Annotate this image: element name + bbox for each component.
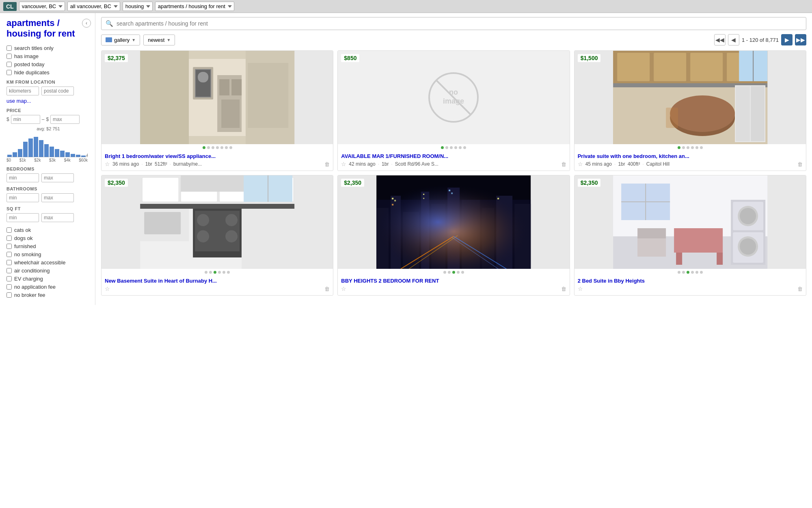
svg-rect-14 bbox=[81, 156, 86, 157]
dot-nav bbox=[102, 144, 333, 151]
sqft-min-input[interactable] bbox=[6, 213, 39, 222]
dogs-checkbox[interactable] bbox=[6, 236, 12, 241]
gallery-dropdown-icon: ▼ bbox=[132, 38, 136, 42]
prev-page-button[interactable]: ◀ bbox=[728, 34, 739, 45]
listing-card[interactable]: $2,375 Bright 1 bedroom/water view/SS ap… bbox=[101, 50, 333, 171]
ac-checkbox[interactable] bbox=[6, 268, 12, 273]
no-smoking-checkbox[interactable] bbox=[6, 252, 12, 257]
area-select[interactable]: all vancouver, BC bbox=[67, 2, 120, 11]
wheelchair-label[interactable]: wheelchair accessible bbox=[14, 259, 65, 266]
cats-label[interactable]: cats ok bbox=[14, 227, 31, 233]
listing-card[interactable]: no image $850 AVAILABLE bbox=[337, 50, 570, 171]
card-title[interactable]: BBY HEIGHTS 2 BEDROOM FOR RENT bbox=[341, 278, 566, 284]
no-app-fee-label[interactable]: no application fee bbox=[14, 284, 56, 290]
listings-grid: $2,375 Bright 1 bedroom/water view/SS ap… bbox=[101, 50, 806, 296]
delete-icon[interactable]: 🗑 bbox=[324, 161, 330, 167]
svg-rect-5 bbox=[34, 137, 38, 157]
ev-checkbox[interactable] bbox=[6, 276, 12, 281]
collapse-button[interactable]: ‹ bbox=[82, 19, 91, 28]
card-title[interactable]: New Basement Suite in Heart of Burnaby H… bbox=[105, 278, 330, 284]
delete-icon[interactable]: 🗑 bbox=[561, 161, 566, 167]
favorite-icon[interactable]: ☆ bbox=[578, 161, 583, 167]
svg-rect-68 bbox=[144, 212, 181, 234]
svg-rect-40 bbox=[690, 53, 723, 81]
posted-today-checkbox[interactable] bbox=[6, 62, 12, 67]
listing-card[interactable]: $2,350 2 Bed Suite in Bby Heights ☆ 🗑 bbox=[574, 175, 806, 296]
has-image-label[interactable]: has image bbox=[14, 53, 39, 59]
furnished-checkbox[interactable] bbox=[6, 244, 12, 249]
favorite-icon[interactable]: ☆ bbox=[105, 285, 110, 292]
card-price: $2,350 bbox=[578, 179, 601, 187]
search-titles-checkbox[interactable] bbox=[6, 45, 12, 51]
posted-today-label[interactable]: posted today bbox=[14, 61, 44, 67]
subcategory-select[interactable]: apartments / housing for rent bbox=[155, 2, 234, 11]
no-app-fee-checkbox[interactable] bbox=[6, 284, 12, 290]
card-title[interactable]: 2 Bed Suite in Bby Heights bbox=[578, 278, 803, 284]
filter-cats: cats ok bbox=[6, 227, 90, 233]
location-select[interactable]: vancouver, BC bbox=[19, 2, 65, 11]
delete-icon[interactable]: 🗑 bbox=[797, 161, 803, 167]
sqft-max-input[interactable] bbox=[41, 213, 74, 222]
bedrooms-inputs bbox=[6, 173, 90, 182]
category-select[interactable]: housing bbox=[123, 2, 153, 11]
hide-duplicates-label[interactable]: hide duplicates bbox=[14, 69, 50, 76]
cl-logo[interactable]: CL bbox=[3, 2, 17, 11]
gallery-view-button[interactable]: gallery ▼ bbox=[101, 35, 140, 45]
no-smoking-label[interactable]: no smoking bbox=[14, 251, 41, 257]
card-title[interactable]: Bright 1 bedroom/water view/SS appliance… bbox=[105, 153, 330, 159]
favorite-icon[interactable]: ☆ bbox=[341, 285, 346, 292]
cats-checkbox[interactable] bbox=[6, 227, 12, 233]
dot bbox=[459, 146, 462, 149]
dot bbox=[207, 146, 210, 149]
search-titles-label[interactable]: search titles only bbox=[14, 45, 54, 51]
bathrooms-min-input[interactable] bbox=[6, 193, 39, 202]
svg-rect-91 bbox=[394, 200, 396, 201]
hist-label-4: $4k bbox=[64, 158, 71, 162]
main-layout: apartments /housing for rent ‹ search ti… bbox=[0, 13, 812, 305]
has-image-checkbox[interactable] bbox=[6, 54, 12, 59]
delete-icon[interactable]: 🗑 bbox=[561, 286, 566, 292]
meta-sep: · bbox=[170, 161, 171, 167]
card-info: New Basement Suite in Heart of Burnaby H… bbox=[102, 275, 333, 295]
bedrooms-min-input[interactable] bbox=[6, 173, 39, 182]
favorite-icon[interactable]: ☆ bbox=[341, 161, 346, 167]
price-min-input[interactable] bbox=[11, 115, 40, 124]
bathrooms-max-input[interactable] bbox=[41, 193, 74, 202]
ev-label[interactable]: EV charging bbox=[14, 276, 43, 282]
svg-rect-103 bbox=[676, 253, 682, 265]
favorite-icon[interactable]: ☆ bbox=[105, 161, 110, 167]
last-page-button[interactable]: ▶▶ bbox=[795, 34, 806, 45]
listing-card[interactable]: $1,500 Private suite with one bedroom, k… bbox=[574, 50, 806, 171]
no-broker-checkbox[interactable] bbox=[6, 292, 12, 298]
favorite-icon[interactable]: ☆ bbox=[578, 285, 583, 292]
svg-rect-11 bbox=[65, 152, 70, 157]
bedrooms-max-input[interactable] bbox=[41, 173, 74, 182]
card-image: $1,500 bbox=[574, 51, 806, 144]
card-title[interactable]: Private suite with one bedroom, kitchen … bbox=[578, 153, 803, 159]
price-max-input[interactable] bbox=[50, 115, 80, 124]
listing-card[interactable]: $2,350 New Basement Suite in Heart of Bu… bbox=[101, 175, 333, 296]
sqft: 512ft² bbox=[155, 161, 167, 167]
hide-duplicates-checkbox[interactable] bbox=[6, 70, 12, 75]
meta-sep: · bbox=[378, 161, 379, 167]
postal-input[interactable] bbox=[41, 86, 74, 95]
use-map-link[interactable]: use map... bbox=[6, 98, 90, 104]
ac-label[interactable]: air conditioning bbox=[14, 268, 50, 274]
listing-card[interactable]: $2,350 BBY HEIGHTS 2 BEDROOM FOR RENT ☆ … bbox=[337, 175, 570, 296]
sort-button[interactable]: newest ▼ bbox=[143, 35, 175, 45]
wheelchair-checkbox[interactable] bbox=[6, 260, 12, 265]
delete-icon[interactable]: 🗑 bbox=[324, 286, 330, 292]
search-input[interactable] bbox=[117, 20, 802, 27]
svg-rect-90 bbox=[392, 198, 393, 199]
dot bbox=[682, 271, 685, 274]
no-broker-label[interactable]: no broker fee bbox=[14, 292, 45, 298]
card-title[interactable]: AVAILABLE MAR 1/FURNISHED ROOM/N... bbox=[341, 153, 566, 159]
dollar-sign-min: $ bbox=[6, 117, 9, 122]
next-page-button[interactable]: ▶ bbox=[781, 34, 793, 45]
first-page-button[interactable]: ◀◀ bbox=[714, 34, 726, 45]
dogs-label[interactable]: dogs ok bbox=[14, 235, 33, 241]
delete-icon[interactable]: 🗑 bbox=[797, 286, 803, 292]
furnished-label[interactable]: furnished bbox=[14, 243, 36, 249]
km-section-label: KM FROM LOCATION bbox=[6, 80, 90, 84]
km-input[interactable] bbox=[6, 86, 39, 95]
